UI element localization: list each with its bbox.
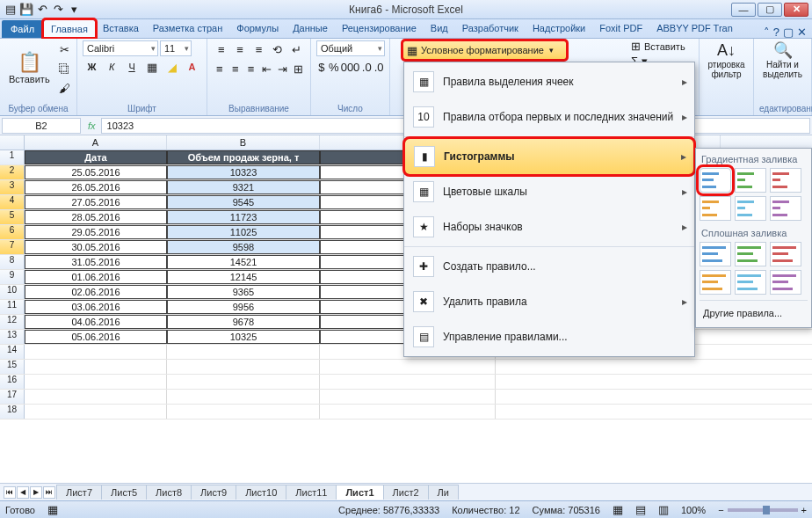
menu-icon-sets[interactable]: ★ Наборы значков (404, 209, 694, 244)
sheet-tab-Лист10[interactable]: Лист10 (236, 485, 286, 500)
ribbon-tab-вид[interactable]: Вид (424, 19, 455, 38)
menu-data-bars[interactable]: ▮ Гистограммы (404, 138, 694, 175)
menu-clear-rules[interactable]: ✖ Удалить правила (404, 284, 694, 319)
file-tab[interactable]: Файл (2, 20, 43, 38)
format-painter-icon[interactable]: 🖌 (55, 79, 75, 97)
find-select-button[interactable]: 🔍 Найти и выделить (759, 40, 806, 81)
cell-B18[interactable] (167, 405, 320, 419)
cell-B11[interactable]: 9956 (167, 300, 320, 314)
databar-solid-green[interactable] (735, 242, 766, 266)
sheet-tab-Лист5[interactable]: Лист5 (101, 485, 147, 500)
view-normal-icon[interactable]: ▦ (613, 504, 623, 515)
cell-A16[interactable] (25, 375, 167, 389)
row-header-9[interactable]: 9 (0, 270, 25, 284)
cell-C15[interactable] (320, 360, 496, 374)
databar-gradient-purple[interactable] (770, 196, 801, 221)
row-header-5[interactable]: 5 (0, 210, 25, 224)
row-header-6[interactable]: 6 (0, 225, 25, 239)
row-header-1[interactable]: 1 (0, 150, 25, 164)
decrease-indent-icon[interactable]: ⇤ (259, 60, 273, 77)
row-header-13[interactable]: 13 (0, 330, 25, 344)
align-right-icon[interactable]: ≡ (244, 60, 258, 77)
cell-A9[interactable]: 01.06.2016 (25, 270, 167, 284)
cell-A13[interactable]: 05.06.2016 (25, 330, 167, 344)
ribbon-tab-вставка[interactable]: Вставка (96, 19, 146, 38)
merge-cells-icon[interactable]: ⊞ (291, 60, 305, 77)
row-header-8[interactable]: 8 (0, 255, 25, 269)
row-header-11[interactable]: 11 (0, 300, 25, 314)
databar-gradient-blue[interactable] (700, 168, 731, 193)
font-color-button[interactable]: A (183, 58, 201, 76)
column-header-A[interactable]: A (25, 135, 167, 150)
save-icon[interactable]: 💾 (19, 3, 33, 17)
cell-C16[interactable] (320, 375, 496, 389)
cell-A14[interactable] (25, 345, 167, 359)
ribbon-tab-разработчик[interactable]: Разработчик (455, 19, 526, 38)
row-header-18[interactable]: 18 (0, 405, 25, 419)
cell-B8[interactable]: 14521 (167, 255, 320, 269)
cell-A11[interactable]: 03.06.2016 (25, 300, 167, 314)
zoom-level[interactable]: 100% (681, 505, 706, 515)
fx-icon[interactable]: fx (83, 120, 101, 131)
view-layout-icon[interactable]: ▤ (635, 504, 646, 515)
cell-B2[interactable]: 10323 (167, 165, 320, 179)
orientation-icon[interactable]: ⟲ (269, 40, 286, 58)
ribbon-tab-главная[interactable]: Главная (43, 19, 96, 38)
cell-A7[interactable]: 30.05.2016 (25, 240, 167, 254)
menu-manage-rules[interactable]: ▤ Управление правилами... (404, 319, 694, 354)
font-name-combo[interactable]: Calibri (83, 40, 158, 56)
align-center-icon[interactable]: ≡ (228, 60, 243, 77)
cell-A12[interactable]: 04.06.2016 (25, 315, 167, 329)
percent-icon[interactable]: % (329, 58, 339, 76)
menu-color-scales[interactable]: ▦ Цветовые шкалы (404, 174, 694, 209)
number-format-combo[interactable]: Общий (316, 40, 385, 56)
zoom-out-icon[interactable]: − (718, 505, 723, 515)
insert-cells-label[interactable]: Вставить (642, 41, 685, 52)
sheet-last-icon[interactable]: ⏭ (43, 486, 55, 499)
copy-icon[interactable]: ⿻ (55, 60, 75, 77)
cell-B14[interactable] (167, 345, 320, 359)
macro-record-icon[interactable]: ▦ (47, 504, 58, 515)
cell-A3[interactable]: 26.05.2016 (25, 180, 167, 194)
cell-A10[interactable]: 02.06.2016 (25, 285, 167, 299)
sheet-tab-Лист7[interactable]: Лист7 (56, 485, 102, 500)
sheet-next-icon[interactable]: ▶ (30, 486, 42, 499)
databar-gradient-green[interactable] (735, 168, 766, 193)
row-header-4[interactable]: 4 (0, 195, 25, 209)
cell-A6[interactable]: 29.05.2016 (25, 225, 167, 239)
sheet-tab-Лист1[interactable]: Лист1 (336, 485, 383, 500)
align-top-icon[interactable]: ≡ (213, 40, 229, 58)
ribbon-tab-abbyy pdf tran[interactable]: ABBYY PDF Tran (649, 19, 740, 38)
conditional-formatting-button[interactable]: ▦ Условное форматирование (402, 40, 567, 60)
cell-B5[interactable]: 11723 (167, 210, 320, 224)
close-button[interactable]: ✕ (784, 3, 808, 17)
cell-A15[interactable] (25, 360, 167, 374)
databar-solid-orange[interactable] (700, 270, 731, 295)
minimize-button[interactable]: — (731, 3, 756, 17)
underline-button[interactable]: Ч (123, 58, 141, 76)
fill-color-button[interactable]: ◢ (163, 58, 181, 76)
maximize-button[interactable]: ▢ (758, 3, 782, 17)
header-cell-date[interactable]: Дата (25, 150, 167, 164)
row-header-15[interactable]: 15 (0, 360, 25, 374)
cell-A2[interactable]: 25.05.2016 (25, 165, 167, 179)
cell-A17[interactable] (25, 390, 167, 404)
databar-solid-lightblue[interactable] (735, 270, 766, 295)
sheet-tab-Лист9[interactable]: Лист9 (191, 485, 236, 500)
row-header-16[interactable]: 16 (0, 375, 25, 389)
increase-decimal-icon[interactable]: .0 (361, 58, 372, 76)
italic-button[interactable]: К (103, 58, 121, 76)
ribbon-tab-данные[interactable]: Данные (286, 19, 335, 38)
undo-icon[interactable]: ↶ (35, 3, 49, 17)
comma-icon[interactable]: 000 (341, 58, 360, 76)
redo-icon[interactable]: ↷ (51, 3, 65, 17)
border-button[interactable]: ▦ (142, 58, 161, 76)
ribbon-tab-foxit pdf[interactable]: Foxit PDF (592, 19, 649, 38)
paste-button[interactable]: 📋 Вставить (5, 51, 54, 86)
close-workbook-icon[interactable]: ✕ (797, 26, 807, 38)
cell-A18[interactable] (25, 405, 167, 419)
cell-C17[interactable] (320, 390, 496, 404)
cell-A5[interactable]: 28.05.2016 (25, 210, 167, 224)
align-bottom-icon[interactable]: ≡ (250, 40, 267, 58)
gallery-more-rules[interactable]: Другие правила... (700, 303, 808, 324)
